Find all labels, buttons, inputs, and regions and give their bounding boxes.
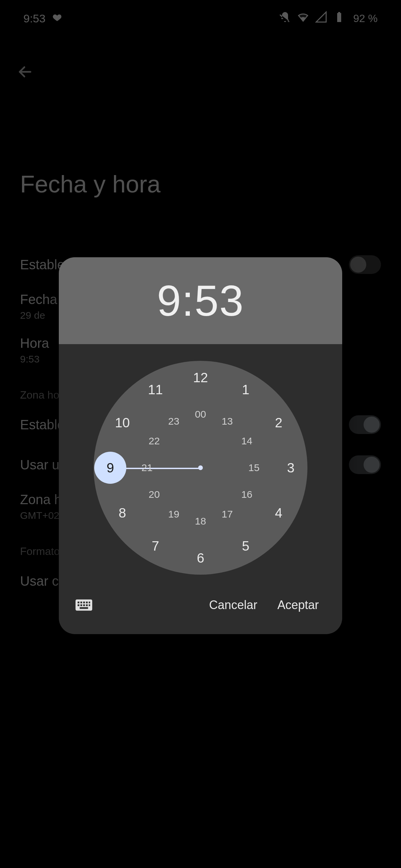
clock-hour-inner-23[interactable]: 23 xyxy=(168,415,179,427)
svg-rect-9 xyxy=(83,604,85,606)
clock-hour-inner-18[interactable]: 18 xyxy=(195,516,206,527)
svg-rect-6 xyxy=(89,602,90,603)
clock-hour-inner-14[interactable]: 14 xyxy=(241,435,252,447)
svg-rect-4 xyxy=(83,602,85,603)
clock-hour-1[interactable]: 1 xyxy=(242,382,249,397)
svg-rect-12 xyxy=(80,607,88,609)
clock-hour-inner-22[interactable]: 22 xyxy=(149,435,160,447)
clock-hour-inner-15[interactable]: 15 xyxy=(248,462,259,473)
clock-hour-4[interactable]: 4 xyxy=(275,505,282,521)
clock-hour-inner-17[interactable]: 17 xyxy=(221,508,233,520)
svg-rect-7 xyxy=(78,604,79,606)
svg-rect-5 xyxy=(86,602,88,603)
clock-hour-10[interactable]: 10 xyxy=(115,415,130,430)
clock-hour-7[interactable]: 7 xyxy=(152,538,159,553)
clock-hour-8[interactable]: 8 xyxy=(119,505,126,521)
clock-hour-inner-00[interactable]: 00 xyxy=(195,409,206,420)
clock-hour-inner-13[interactable]: 13 xyxy=(221,415,233,427)
svg-rect-2 xyxy=(78,602,79,603)
keyboard-icon xyxy=(75,598,92,612)
keyboard-input-button[interactable] xyxy=(72,593,96,617)
clock-hour-inner-20[interactable]: 20 xyxy=(149,489,160,500)
time-display[interactable]: 9:53 xyxy=(157,276,244,326)
svg-rect-11 xyxy=(89,604,90,606)
svg-rect-10 xyxy=(86,604,88,606)
svg-rect-8 xyxy=(81,604,82,606)
clock-hour-3[interactable]: 3 xyxy=(287,460,295,475)
clock-face[interactable]: 912123456781011001314151617181920212223 xyxy=(94,361,307,575)
time-picker-dialog: 9:53 91212345678101100131415161718192021… xyxy=(59,257,342,634)
clock-hour-6[interactable]: 6 xyxy=(197,551,204,566)
ok-button[interactable]: Aceptar xyxy=(267,591,329,619)
clock-selected-hour[interactable]: 9 xyxy=(94,452,126,484)
cancel-button[interactable]: Cancelar xyxy=(199,591,267,619)
time-picker-header: 9:53 xyxy=(59,257,342,344)
clock-hour-11[interactable]: 11 xyxy=(148,382,163,397)
clock-hour-inner-19[interactable]: 19 xyxy=(168,508,179,520)
clock-hour-2[interactable]: 2 xyxy=(275,415,282,430)
clock-hour-5[interactable]: 5 xyxy=(242,538,249,553)
clock-hour-inner-21[interactable]: 21 xyxy=(141,462,152,473)
clock-hour-inner-16[interactable]: 16 xyxy=(241,489,252,500)
clock-hour-12[interactable]: 12 xyxy=(193,370,208,385)
svg-rect-3 xyxy=(81,602,82,603)
